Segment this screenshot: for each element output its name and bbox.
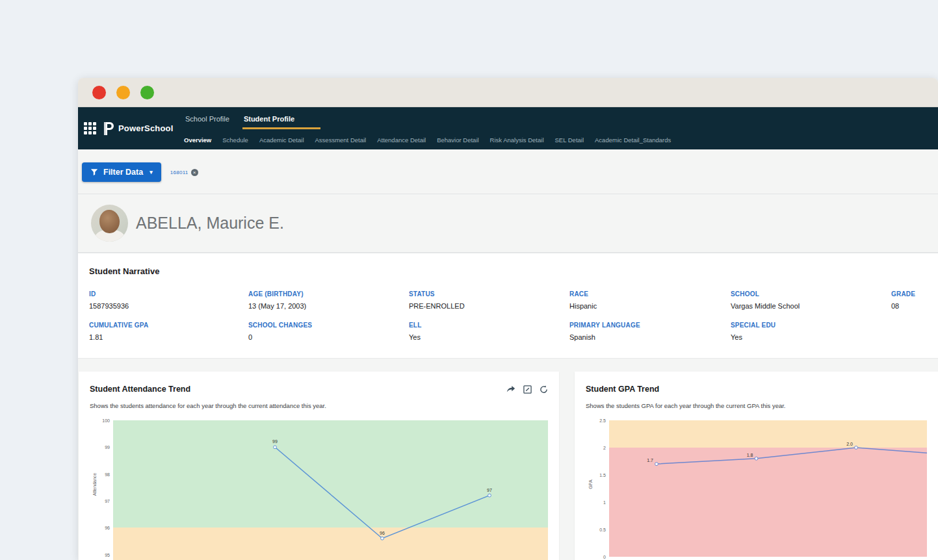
field-label: RACE bbox=[569, 290, 731, 298]
funnel-icon bbox=[90, 168, 98, 176]
subtab-overview[interactable]: Overview bbox=[184, 136, 211, 144]
y-tick-label: 2.5 bbox=[599, 418, 606, 423]
y-tick-label: 96 bbox=[105, 526, 110, 530]
chevron-down-icon: ▾ bbox=[150, 169, 153, 175]
navbar-left: PowerSchool bbox=[78, 107, 184, 149]
student-narrative-card: Student Narrative ID 1587935936 AGE (BIR… bbox=[78, 253, 938, 359]
filter-data-button[interactable]: Filter Data ▾ bbox=[82, 162, 161, 182]
student-avatar bbox=[91, 205, 128, 242]
subtab-sel-detail[interactable]: SEL Detail bbox=[555, 136, 584, 144]
filter-row: Filter Data ▾ 168011 × bbox=[78, 149, 938, 194]
share-icon[interactable] bbox=[506, 385, 515, 394]
field-label: PRIMARY LANGUAGE bbox=[569, 322, 731, 329]
gpa-chart-title: Student GPA Trend bbox=[586, 385, 659, 394]
attendance-chart: Attendance 1009998979695 999697 bbox=[90, 420, 548, 560]
y-axis-ticks: 1009998979695 bbox=[99, 420, 113, 560]
field-ell: ELL Yes bbox=[409, 322, 569, 341]
field-value: Yes bbox=[731, 333, 891, 341]
field-label: SCHOOL bbox=[731, 290, 891, 298]
apps-grid-icon[interactable] bbox=[84, 122, 96, 134]
subtab-academic-detail-standards[interactable]: Academic Detail_Standards bbox=[595, 136, 671, 144]
subtab-risk-analysis-detail[interactable]: Risk Analysis Detail bbox=[490, 136, 544, 144]
field-primary-language: PRIMARY LANGUAGE Spanish bbox=[569, 322, 731, 341]
y-axis-title-text: GPA bbox=[588, 462, 593, 507]
trend-line bbox=[275, 447, 489, 538]
filter-chip: 168011 × bbox=[170, 169, 198, 176]
y-axis-title: GPA bbox=[586, 420, 595, 560]
field-empty bbox=[891, 322, 938, 341]
field-school-changes: SCHOOL CHANGES 0 bbox=[248, 322, 409, 341]
edit-icon[interactable] bbox=[523, 385, 532, 394]
zoom-button[interactable] bbox=[140, 86, 154, 99]
gpa-chart-subtitle: Shows the students GPA for each year thr… bbox=[586, 402, 927, 409]
gpa-trend-card: Student GPA Trend Shows the students GPA… bbox=[575, 372, 938, 560]
charts-row: Student Attendance Trend bbox=[78, 372, 938, 560]
data-point-marker[interactable] bbox=[855, 446, 858, 450]
data-point-marker[interactable] bbox=[488, 494, 491, 497]
window-titlebar bbox=[78, 78, 938, 107]
gpa-plot-area: 1.71.82.0 bbox=[609, 420, 927, 560]
field-value: Hispanic bbox=[569, 302, 731, 310]
data-point-label: 97 bbox=[487, 488, 492, 492]
data-point-label: 2.0 bbox=[846, 442, 853, 446]
student-header: ABELLA, Maurice E. bbox=[78, 194, 938, 252]
data-point-label: 1.7 bbox=[647, 458, 653, 463]
app-navbar: PowerSchool School Profile Student Profi… bbox=[78, 107, 938, 149]
field-value: 0 bbox=[248, 333, 409, 341]
subtab-assessment-detail[interactable]: Assessment Detail bbox=[315, 136, 367, 144]
data-point-marker[interactable] bbox=[274, 446, 277, 449]
subtab-schedule[interactable]: Schedule bbox=[222, 136, 248, 144]
attendance-chart-subtitle: Shows the students attendance for each y… bbox=[90, 402, 548, 409]
data-point-marker[interactable] bbox=[381, 537, 384, 540]
field-age-birthday: AGE (BIRTHDAY) 13 (May 17, 2003) bbox=[248, 290, 409, 310]
powerschool-logo-icon bbox=[103, 121, 114, 136]
chip-remove-icon[interactable]: × bbox=[191, 169, 198, 176]
field-school: SCHOOL Vargas Middle School bbox=[731, 290, 891, 310]
subtab-attendance-detail[interactable]: Attendance Detail bbox=[377, 136, 426, 144]
chart-header: Student GPA Trend bbox=[586, 385, 927, 394]
field-label: SCHOOL CHANGES bbox=[248, 322, 409, 329]
field-value: Vargas Middle School bbox=[731, 302, 891, 310]
tab-student-profile[interactable]: Student Profile bbox=[242, 114, 296, 131]
y-axis-title: Attendance bbox=[90, 420, 99, 560]
narrative-title: Student Narrative bbox=[89, 266, 938, 276]
attendance-chart-title: Student Attendance Trend bbox=[90, 385, 190, 394]
page-content: Filter Data ▾ 168011 × ABELLA, Maurice E… bbox=[78, 149, 938, 560]
subtab-academic-detail[interactable]: Academic Detail bbox=[259, 136, 304, 144]
field-cumulative-gpa: CUMULATIVE GPA 1.81 bbox=[89, 322, 248, 341]
field-id: ID 1587935936 bbox=[89, 290, 248, 310]
navbar-tabs: School Profile Student Profile Overview … bbox=[184, 107, 938, 149]
profile-tabs: School Profile Student Profile bbox=[184, 114, 938, 131]
tab-school-profile[interactable]: School Profile bbox=[184, 114, 231, 131]
y-axis-title-text: Attendance bbox=[92, 462, 97, 507]
y-tick-label: 0 bbox=[603, 555, 606, 559]
data-point-marker[interactable] bbox=[755, 457, 758, 460]
subtab-behavior-detail[interactable]: Behavior Detail bbox=[437, 136, 478, 144]
field-value: Yes bbox=[409, 333, 569, 341]
field-grade: GRADE 08 bbox=[891, 290, 938, 310]
field-label: CUMULATIVE GPA bbox=[89, 322, 248, 329]
screenshot-root: { "window": { "traffic_lights": { "close… bbox=[0, 0, 938, 560]
field-value: 1.81 bbox=[89, 333, 248, 341]
browser-window: PowerSchool School Profile Student Profi… bbox=[78, 78, 938, 560]
trend-line-svg: 999697 bbox=[113, 420, 548, 560]
field-value: 08 bbox=[891, 302, 938, 310]
close-button[interactable] bbox=[92, 86, 106, 99]
filter-button-label: Filter Data bbox=[103, 168, 143, 177]
field-label: SPECIAL EDU bbox=[731, 322, 891, 329]
attendance-trend-card: Student Attendance Trend bbox=[79, 372, 559, 560]
trend-line bbox=[657, 448, 927, 464]
data-point-marker[interactable] bbox=[655, 463, 658, 466]
y-tick-label: 1 bbox=[603, 500, 606, 505]
y-tick-label: 99 bbox=[105, 445, 110, 450]
field-label: STATUS bbox=[409, 290, 569, 298]
data-point-label: 1.8 bbox=[747, 453, 753, 457]
avatar-head-shape bbox=[99, 210, 120, 233]
y-tick-label: 98 bbox=[105, 472, 110, 477]
y-tick-label: 0.5 bbox=[599, 528, 606, 532]
minimize-button[interactable] bbox=[116, 86, 130, 99]
y-tick-label: 2 bbox=[603, 446, 606, 450]
field-label: GRADE bbox=[891, 290, 938, 298]
field-status: STATUS PRE-ENROLLED bbox=[409, 290, 569, 310]
refresh-icon[interactable] bbox=[540, 385, 548, 394]
